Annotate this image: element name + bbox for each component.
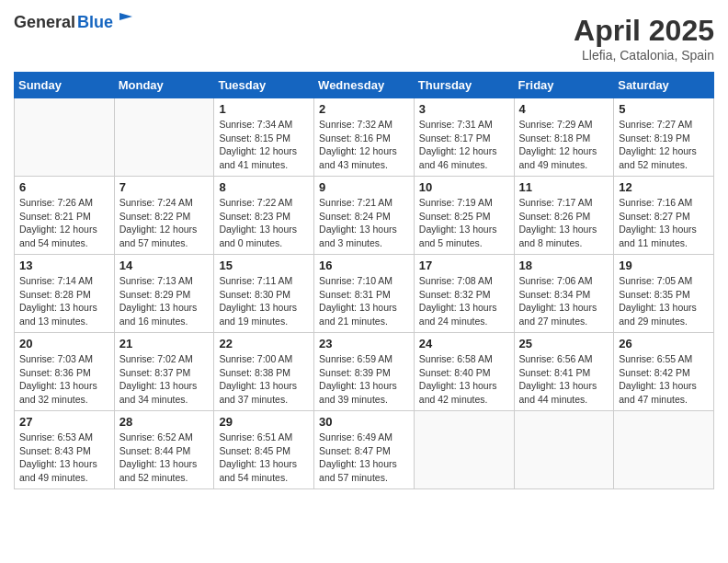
day-info: Sunrise: 6:51 AMSunset: 8:45 PMDaylight:… xyxy=(219,431,309,485)
day-number: 14 xyxy=(119,259,210,272)
calendar-day-cell xyxy=(114,98,214,177)
logo: GeneralBlue xyxy=(14,14,136,32)
calendar-day-cell: 19Sunrise: 7:05 AMSunset: 8:35 PMDayligh… xyxy=(614,255,714,333)
day-number: 8 xyxy=(219,180,309,194)
calendar-header-row: SundayMondayTuesdayWednesdayThursdayFrid… xyxy=(15,73,714,98)
day-number: 9 xyxy=(319,180,409,194)
logo-flag-icon xyxy=(116,9,136,29)
day-info: Sunrise: 6:55 AMSunset: 8:42 PMDaylight:… xyxy=(619,352,709,407)
day-info: Sunrise: 7:16 AMSunset: 8:27 PMDaylight:… xyxy=(619,196,709,250)
day-of-week-header: Thursday xyxy=(414,73,514,98)
day-info: Sunrise: 7:00 AMSunset: 8:38 PMDaylight:… xyxy=(219,352,309,407)
calendar-day-cell: 10Sunrise: 7:19 AMSunset: 8:25 PMDayligh… xyxy=(414,177,514,255)
day-number: 13 xyxy=(19,259,109,272)
calendar-day-cell: 18Sunrise: 7:06 AMSunset: 8:34 PMDayligh… xyxy=(514,255,614,333)
day-info: Sunrise: 7:11 AMSunset: 8:30 PMDaylight:… xyxy=(219,274,309,328)
day-info: Sunrise: 7:34 AMSunset: 8:15 PMDaylight:… xyxy=(219,118,309,172)
calendar-day-cell: 16Sunrise: 7:10 AMSunset: 8:31 PMDayligh… xyxy=(314,255,415,333)
day-number: 21 xyxy=(119,337,210,350)
svg-marker-0 xyxy=(119,13,132,20)
day-number: 5 xyxy=(619,102,709,116)
calendar-day-cell xyxy=(414,411,514,489)
day-number: 15 xyxy=(219,259,309,272)
day-info: Sunrise: 7:17 AMSunset: 8:26 PMDaylight:… xyxy=(519,196,609,250)
month-title: April 2025 xyxy=(574,14,714,48)
day-info: Sunrise: 7:08 AMSunset: 8:32 PMDaylight:… xyxy=(419,274,509,328)
day-info: Sunrise: 7:32 AMSunset: 8:16 PMDaylight:… xyxy=(319,118,409,172)
day-info: Sunrise: 7:21 AMSunset: 8:24 PMDaylight:… xyxy=(319,196,409,250)
calendar-day-cell: 15Sunrise: 7:11 AMSunset: 8:30 PMDayligh… xyxy=(214,255,314,333)
calendar-day-cell: 25Sunrise: 6:56 AMSunset: 8:41 PMDayligh… xyxy=(514,333,614,411)
day-number: 28 xyxy=(119,415,210,429)
calendar-day-cell xyxy=(614,411,714,489)
page-header: GeneralBlue April 2025 Llefia, Catalonia… xyxy=(14,14,714,63)
day-number: 10 xyxy=(419,180,509,194)
day-number: 17 xyxy=(419,259,509,272)
calendar-day-cell: 9Sunrise: 7:21 AMSunset: 8:24 PMDaylight… xyxy=(314,177,415,255)
title-section: April 2025 Llefia, Catalonia, Spain xyxy=(574,14,714,63)
day-info: Sunrise: 7:05 AMSunset: 8:35 PMDaylight:… xyxy=(619,274,709,328)
day-number: 22 xyxy=(219,337,309,350)
day-number: 24 xyxy=(419,337,509,350)
day-number: 23 xyxy=(319,337,409,350)
calendar-week-row: 1Sunrise: 7:34 AMSunset: 8:15 PMDaylight… xyxy=(15,98,714,177)
day-info: Sunrise: 7:10 AMSunset: 8:31 PMDaylight:… xyxy=(319,274,409,328)
day-of-week-header: Wednesday xyxy=(314,73,415,98)
logo-general: GeneralBlue xyxy=(14,14,113,32)
day-of-week-header: Friday xyxy=(514,73,614,98)
day-number: 4 xyxy=(519,102,609,116)
day-number: 6 xyxy=(19,180,109,194)
calendar-day-cell xyxy=(514,411,614,489)
calendar-week-row: 27Sunrise: 6:53 AMSunset: 8:43 PMDayligh… xyxy=(15,411,714,489)
day-info: Sunrise: 6:52 AMSunset: 8:44 PMDaylight:… xyxy=(119,431,210,485)
location: Llefia, Catalonia, Spain xyxy=(574,48,714,63)
day-info: Sunrise: 7:26 AMSunset: 8:21 PMDaylight:… xyxy=(19,196,109,250)
day-info: Sunrise: 6:59 AMSunset: 8:39 PMDaylight:… xyxy=(319,352,409,407)
day-info: Sunrise: 7:27 AMSunset: 8:19 PMDaylight:… xyxy=(619,118,709,172)
calendar-day-cell: 26Sunrise: 6:55 AMSunset: 8:42 PMDayligh… xyxy=(614,333,714,411)
day-info: Sunrise: 7:29 AMSunset: 8:18 PMDaylight:… xyxy=(519,118,609,172)
day-number: 30 xyxy=(319,415,409,429)
day-info: Sunrise: 7:24 AMSunset: 8:22 PMDaylight:… xyxy=(119,196,210,250)
calendar-day-cell: 20Sunrise: 7:03 AMSunset: 8:36 PMDayligh… xyxy=(15,333,115,411)
day-number: 16 xyxy=(319,259,409,272)
calendar-week-row: 20Sunrise: 7:03 AMSunset: 8:36 PMDayligh… xyxy=(15,333,714,411)
calendar-day-cell: 7Sunrise: 7:24 AMSunset: 8:22 PMDaylight… xyxy=(114,177,214,255)
day-info: Sunrise: 7:02 AMSunset: 8:37 PMDaylight:… xyxy=(119,352,210,407)
day-number: 26 xyxy=(619,337,709,350)
calendar-day-cell: 1Sunrise: 7:34 AMSunset: 8:15 PMDaylight… xyxy=(214,98,314,177)
calendar-day-cell: 11Sunrise: 7:17 AMSunset: 8:26 PMDayligh… xyxy=(514,177,614,255)
calendar-day-cell: 28Sunrise: 6:52 AMSunset: 8:44 PMDayligh… xyxy=(114,411,214,489)
day-info: Sunrise: 7:31 AMSunset: 8:17 PMDaylight:… xyxy=(419,118,509,172)
calendar-day-cell: 3Sunrise: 7:31 AMSunset: 8:17 PMDaylight… xyxy=(414,98,514,177)
calendar-week-row: 13Sunrise: 7:14 AMSunset: 8:28 PMDayligh… xyxy=(15,255,714,333)
day-number: 12 xyxy=(619,180,709,194)
day-of-week-header: Monday xyxy=(114,73,214,98)
day-number: 1 xyxy=(219,102,309,116)
calendar-day-cell: 5Sunrise: 7:27 AMSunset: 8:19 PMDaylight… xyxy=(614,98,714,177)
calendar-day-cell: 30Sunrise: 6:49 AMSunset: 8:47 PMDayligh… xyxy=(314,411,415,489)
day-info: Sunrise: 7:19 AMSunset: 8:25 PMDaylight:… xyxy=(419,196,509,250)
day-number: 27 xyxy=(19,415,109,429)
day-number: 3 xyxy=(419,102,509,116)
calendar-day-cell: 29Sunrise: 6:51 AMSunset: 8:45 PMDayligh… xyxy=(214,411,314,489)
day-number: 19 xyxy=(619,259,709,272)
day-number: 7 xyxy=(119,180,210,194)
logo-general-text: General xyxy=(14,13,75,31)
day-number: 29 xyxy=(219,415,309,429)
calendar-day-cell: 27Sunrise: 6:53 AMSunset: 8:43 PMDayligh… xyxy=(15,411,115,489)
day-info: Sunrise: 6:49 AMSunset: 8:47 PMDaylight:… xyxy=(319,431,409,485)
day-info: Sunrise: 7:14 AMSunset: 8:28 PMDaylight:… xyxy=(19,274,109,328)
calendar-day-cell: 4Sunrise: 7:29 AMSunset: 8:18 PMDaylight… xyxy=(514,98,614,177)
day-number: 20 xyxy=(19,337,109,350)
calendar-day-cell: 17Sunrise: 7:08 AMSunset: 8:32 PMDayligh… xyxy=(414,255,514,333)
day-info: Sunrise: 7:06 AMSunset: 8:34 PMDaylight:… xyxy=(519,274,609,328)
calendar-day-cell: 24Sunrise: 6:58 AMSunset: 8:40 PMDayligh… xyxy=(414,333,514,411)
calendar-day-cell: 12Sunrise: 7:16 AMSunset: 8:27 PMDayligh… xyxy=(614,177,714,255)
day-number: 11 xyxy=(519,180,609,194)
calendar-day-cell: 2Sunrise: 7:32 AMSunset: 8:16 PMDaylight… xyxy=(314,98,415,177)
day-of-week-header: Tuesday xyxy=(214,73,314,98)
calendar-week-row: 6Sunrise: 7:26 AMSunset: 8:21 PMDaylight… xyxy=(15,177,714,255)
logo-blue-text: Blue xyxy=(77,13,113,31)
day-number: 2 xyxy=(319,102,409,116)
